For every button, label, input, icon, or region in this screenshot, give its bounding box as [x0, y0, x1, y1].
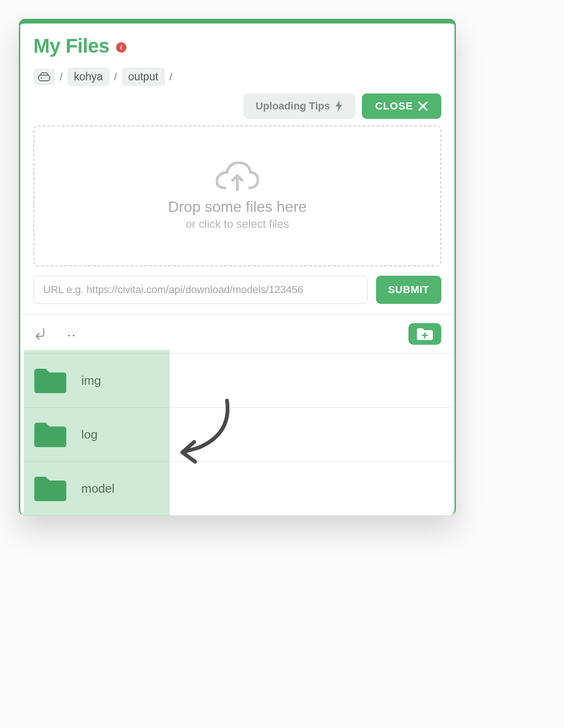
folder-icon: [33, 367, 67, 394]
submit-button[interactable]: SUBMIT: [376, 276, 441, 304]
breadcrumb: / kohya / output /: [33, 68, 441, 86]
folder-icon: [33, 421, 67, 448]
close-icon: [418, 101, 428, 111]
parent-dir-link[interactable]: ..: [33, 326, 77, 341]
parent-dir-label: ..: [67, 325, 77, 340]
action-row: Uploading Tips CLOSE: [20, 90, 454, 125]
folder-icon: [33, 475, 67, 502]
drive-icon: [38, 72, 50, 82]
svg-rect-0: [39, 75, 50, 81]
url-row: SUBMIT: [20, 266, 454, 315]
folder-name: log: [81, 427, 98, 442]
breadcrumb-root[interactable]: [33, 69, 55, 85]
folder-name: model: [81, 481, 115, 496]
lightning-icon: [335, 100, 343, 112]
submit-button-label: SUBMIT: [388, 284, 429, 295]
breadcrumb-item-kohya[interactable]: kohya: [67, 68, 109, 86]
url-input[interactable]: [33, 276, 368, 304]
folder-nav-row: ..: [20, 315, 454, 354]
folder-row[interactable]: img: [20, 354, 454, 408]
cloud-upload-icon: [216, 162, 259, 194]
panel-header: My Files i / kohya / output /: [20, 23, 454, 90]
breadcrumb-sep: /: [60, 71, 63, 83]
dropzone-main-text: Drop some files here: [168, 198, 306, 216]
file-dropzone[interactable]: Drop some files here or click to select …: [33, 125, 441, 266]
breadcrumb-item-output[interactable]: output: [122, 68, 165, 86]
uploading-tips-label: Uploading Tips: [256, 100, 330, 112]
file-list: img log model: [20, 354, 454, 516]
new-folder-icon: [416, 327, 434, 341]
svg-point-1: [41, 77, 42, 78]
folder-name: img: [81, 373, 101, 388]
dropzone-sub-text: or click to select files: [186, 217, 289, 231]
uploading-tips-button[interactable]: Uploading Tips: [243, 93, 355, 119]
page-title: My Files: [33, 35, 110, 57]
breadcrumb-sep: /: [170, 71, 172, 83]
file-manager-panel: My Files i / kohya / output / Uploading …: [19, 19, 456, 516]
new-folder-button[interactable]: [408, 323, 441, 345]
title-row: My Files i: [33, 35, 441, 57]
back-arrow-icon: [33, 327, 47, 341]
breadcrumb-sep: /: [114, 71, 117, 83]
close-button[interactable]: CLOSE: [362, 93, 441, 119]
info-icon[interactable]: i: [116, 42, 126, 53]
folder-row[interactable]: model: [20, 462, 454, 516]
folder-row[interactable]: log: [20, 408, 454, 462]
close-button-label: CLOSE: [375, 100, 413, 112]
